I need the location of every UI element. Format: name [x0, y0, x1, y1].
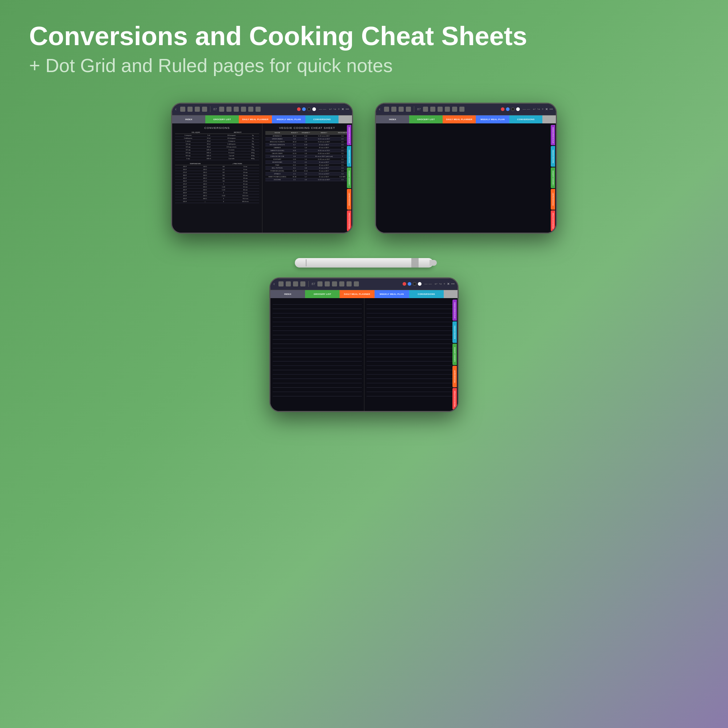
- tab-grocery-r[interactable]: GROCERY LIST: [409, 115, 442, 123]
- table-row: 450 F230 C251 mm: [175, 191, 259, 194]
- ruler-icon-b[interactable]: [354, 281, 359, 286]
- back-icon-b[interactable]: ‹: [273, 281, 275, 286]
- side-tab-baking-r[interactable]: BAKING/HERBS: [551, 146, 555, 167]
- table-row: 225 F110 C1/83 mm: [175, 165, 259, 168]
- color-blue-r[interactable]: [506, 107, 509, 111]
- redo-icon-b[interactable]: ↪: [439, 282, 442, 286]
- table-row: CABBAGE7-105-830 min at 400 F4-5: [265, 146, 349, 149]
- ruled-line: [273, 344, 362, 348]
- back-icon[interactable]: ‹: [175, 107, 177, 112]
- side-tab-frozen[interactable]: FROZEN/DAIRY: [347, 189, 351, 210]
- side-tab-spice-b[interactable]: SPICE/SEASONING: [453, 300, 457, 321]
- tab-grocery-b[interactable]: GROCERY LIST: [305, 290, 340, 298]
- tab-weekly[interactable]: WEEKLY MEAL PLAN: [272, 115, 305, 123]
- color-red-b[interactable]: [402, 282, 406, 286]
- ruled-line: [367, 388, 456, 392]
- side-tab-frozen-b[interactable]: FROZEN/DAIRY: [453, 366, 457, 387]
- add-icon[interactable]: +: [338, 107, 340, 111]
- side-tab-canned-r[interactable]: CANNED/JARRED: [551, 167, 555, 188]
- temp-section: TEMPERATURE + FRACTIONS 225 F110 C1/83 m…: [175, 162, 259, 203]
- color-black-r[interactable]: [511, 107, 515, 111]
- color-blue[interactable]: [302, 107, 306, 111]
- shape-icon-r[interactable]: [452, 107, 457, 112]
- table-row: 1/2 cup120 ml4 ounces115g: [175, 148, 259, 151]
- table-cell: 325 F: [175, 177, 195, 179]
- side-tab-canned[interactable]: CANNED/JARRED: [347, 167, 351, 188]
- table-cell: CORN ON THE COB: [265, 155, 289, 158]
- tab-daily-b[interactable]: DAILY MEAL PLANNER: [340, 290, 374, 298]
- color-blue-b[interactable]: [408, 282, 411, 286]
- brush-icon[interactable]: [226, 107, 231, 112]
- pen-icon-r[interactable]: [423, 107, 428, 112]
- shape-icon[interactable]: [248, 107, 253, 112]
- tab-conversions[interactable]: CONVERSIONS: [305, 115, 338, 123]
- pen-icon[interactable]: [219, 107, 224, 112]
- side-tab-frozen-r[interactable]: FROZEN/DAIRY: [551, 189, 555, 210]
- tab-daily-r[interactable]: DAILY MEAL PLANNER: [443, 115, 476, 123]
- color-red[interactable]: [297, 107, 301, 111]
- add-icon-r[interactable]: +: [541, 107, 543, 111]
- lasso-icon[interactable]: [241, 107, 246, 112]
- side-tab-canned-b[interactable]: CANNED/JARRED: [453, 344, 457, 365]
- tab-grocery[interactable]: GROCERY LIST: [205, 115, 239, 123]
- brush-icon-r[interactable]: [430, 107, 435, 112]
- undo-icon[interactable]: ↩: [329, 107, 332, 111]
- table-cell: 1/4: [215, 168, 231, 171]
- redo-icon-r[interactable]: ↪: [537, 107, 540, 111]
- shape-icon-b[interactable]: [347, 281, 352, 286]
- side-tab-produce-b[interactable]: PRODUCE/EXTRAS: [453, 388, 457, 410]
- undo-icon-b[interactable]: ↩: [434, 282, 437, 286]
- color-red-r[interactable]: [501, 107, 505, 111]
- add-icon-b[interactable]: +: [444, 282, 445, 286]
- undo-icon-r[interactable]: ↩: [533, 107, 536, 111]
- tab-daily[interactable]: DAILY MEAL PLANNER: [239, 115, 272, 123]
- side-tab-baking-b[interactable]: BAKING/HERBS: [453, 321, 457, 343]
- more-icon-r[interactable]: •••: [550, 107, 553, 111]
- lasso-icon-r[interactable]: [445, 107, 450, 112]
- pen-icon-b[interactable]: [317, 281, 323, 286]
- color-black-b[interactable]: [413, 282, 416, 286]
- redo-icon[interactable]: ↪: [333, 107, 336, 111]
- table-cell: CAULIFLOWER: [265, 152, 289, 155]
- side-tab-baking[interactable]: BAKING/HERBS: [347, 146, 351, 167]
- table-cell: 30-35 min at 375 F: [312, 149, 336, 152]
- eraser-icon-r[interactable]: [437, 107, 443, 112]
- table-row: 1 tablespoon15 ml1/2 teaspoon2g: [175, 136, 259, 139]
- table-row: POTATOES (DICED)15-2010-1535 min at 425 …: [265, 169, 349, 172]
- side-tab-produce[interactable]: PRODUCE/EXTRAS: [347, 210, 351, 231]
- color-white[interactable]: [312, 107, 316, 111]
- tab-weekly-b[interactable]: WEEKLY MEAL PLAN: [375, 290, 409, 298]
- side-tab-spice[interactable]: SPICE/SEASONING: [347, 125, 351, 145]
- close-icon[interactable]: ✕: [341, 107, 344, 111]
- close-icon-r[interactable]: ✕: [545, 107, 548, 111]
- more-icon-b[interactable]: •••: [451, 282, 455, 286]
- ruler-icon[interactable]: [255, 107, 261, 112]
- tab-conversions-b[interactable]: CONVERSIONS: [409, 290, 444, 298]
- eraser-icon-b[interactable]: [332, 281, 337, 286]
- table-cell: 12-15 min at 450 F: [312, 178, 336, 181]
- tab-weekly-r[interactable]: WEEKLY MEAL PLAN: [476, 115, 509, 123]
- table-cell: 225 F: [175, 165, 195, 168]
- ruler-icon-r[interactable]: [459, 107, 465, 112]
- side-tab-produce-r[interactable]: PRODUCE/EXTRAS: [551, 210, 555, 231]
- tab-index[interactable]: INDEX: [172, 115, 205, 123]
- table-cell: 3: [215, 197, 231, 200]
- table-row: 375 F190 C125 mm: [175, 182, 259, 185]
- back-icon-r[interactable]: ‹: [379, 107, 380, 112]
- side-tab-spice-r[interactable]: SPICE/SEASONING: [551, 125, 555, 145]
- brush-icon-b[interactable]: [325, 281, 330, 286]
- table-cell: 19 mm: [232, 177, 259, 179]
- lasso-icon-b[interactable]: [339, 281, 344, 286]
- eraser-icon[interactable]: [234, 107, 239, 112]
- baked-col: BAKED T: [312, 131, 336, 135]
- more-icon[interactable]: •••: [346, 107, 349, 111]
- tab-conversions-r[interactable]: CONVERSIONS: [509, 115, 542, 123]
- color-black[interactable]: [307, 107, 311, 111]
- ruled-line: [367, 309, 456, 314]
- tab-index-b[interactable]: INDEX: [271, 290, 305, 298]
- tab-index-r[interactable]: INDEX: [376, 115, 409, 123]
- color-white-b[interactable]: [418, 282, 422, 286]
- color-white-r[interactable]: [516, 107, 520, 111]
- ruled-line: [273, 353, 362, 357]
- close-icon-b[interactable]: ✕: [447, 282, 450, 286]
